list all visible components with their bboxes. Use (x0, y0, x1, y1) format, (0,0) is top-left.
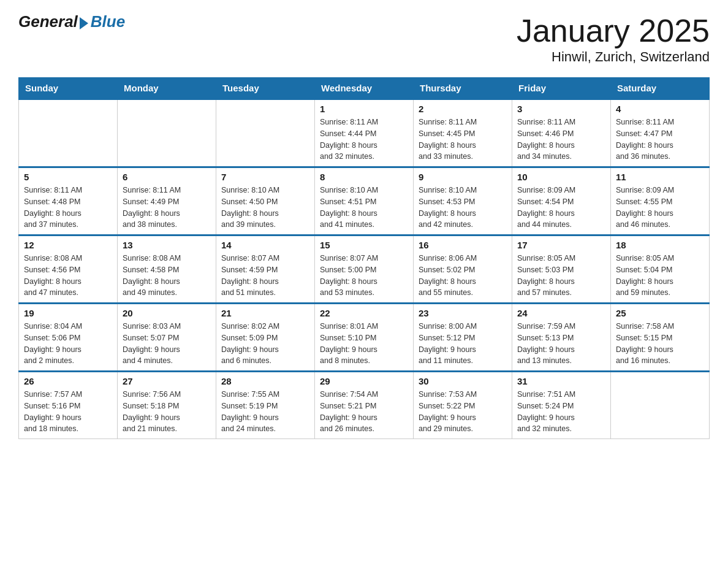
calendar-header-wednesday: Wednesday (315, 78, 414, 99)
day-number: 25 (616, 308, 704, 318)
calendar-cell: 28Sunrise: 7:55 AM Sunset: 5:19 PM Dayli… (216, 372, 315, 439)
logo-general-text: General (18, 12, 78, 31)
calendar-cell: 19Sunrise: 8:04 AM Sunset: 5:06 PM Dayli… (19, 304, 118, 372)
calendar-cell: 16Sunrise: 8:06 AM Sunset: 5:02 PM Dayli… (414, 236, 512, 304)
day-info: Sunrise: 8:11 AM Sunset: 4:46 PM Dayligh… (517, 117, 605, 163)
calendar-cell: 1Sunrise: 8:11 AM Sunset: 4:44 PM Daylig… (315, 99, 414, 167)
day-number: 31 (517, 376, 605, 386)
calendar-cell: 4Sunrise: 8:11 AM Sunset: 4:47 PM Daylig… (611, 99, 710, 167)
calendar-cell: 12Sunrise: 8:08 AM Sunset: 4:56 PM Dayli… (19, 236, 118, 304)
calendar-cell: 26Sunrise: 7:57 AM Sunset: 5:16 PM Dayli… (19, 372, 118, 439)
calendar-cell: 30Sunrise: 7:53 AM Sunset: 5:22 PM Dayli… (414, 372, 512, 439)
day-info: Sunrise: 8:07 AM Sunset: 4:59 PM Dayligh… (221, 253, 309, 299)
calendar-cell: 24Sunrise: 7:59 AM Sunset: 5:13 PM Dayli… (512, 304, 611, 372)
calendar-week-row: 12Sunrise: 8:08 AM Sunset: 4:56 PM Dayli… (19, 236, 710, 304)
calendar-cell (118, 99, 216, 167)
calendar-cell: 14Sunrise: 8:07 AM Sunset: 4:59 PM Dayli… (216, 236, 315, 304)
day-info: Sunrise: 8:11 AM Sunset: 4:45 PM Dayligh… (419, 117, 507, 163)
day-info: Sunrise: 8:00 AM Sunset: 5:12 PM Dayligh… (419, 321, 507, 367)
location-text: Hinwil, Zurich, Switzerland (517, 49, 710, 65)
day-number: 27 (123, 376, 211, 386)
calendar-header-friday: Friday (512, 78, 611, 99)
day-info: Sunrise: 8:06 AM Sunset: 5:02 PM Dayligh… (419, 253, 507, 299)
calendar-header-tuesday: Tuesday (216, 78, 315, 99)
calendar-table: SundayMondayTuesdayWednesdayThursdayFrid… (18, 77, 710, 439)
calendar-header-sunday: Sunday (19, 78, 118, 99)
day-info: Sunrise: 8:04 AM Sunset: 5:06 PM Dayligh… (24, 321, 112, 367)
calendar-week-row: 5Sunrise: 8:11 AM Sunset: 4:48 PM Daylig… (19, 167, 710, 236)
day-number: 29 (320, 376, 408, 386)
day-info: Sunrise: 8:08 AM Sunset: 4:56 PM Dayligh… (24, 253, 112, 299)
day-number: 3 (517, 104, 605, 114)
calendar-cell (19, 99, 118, 167)
day-info: Sunrise: 7:53 AM Sunset: 5:22 PM Dayligh… (419, 389, 507, 435)
calendar-cell: 3Sunrise: 8:11 AM Sunset: 4:46 PM Daylig… (512, 99, 611, 167)
day-info: Sunrise: 8:07 AM Sunset: 5:00 PM Dayligh… (320, 253, 408, 299)
calendar-cell: 25Sunrise: 7:58 AM Sunset: 5:15 PM Dayli… (611, 304, 710, 372)
day-number: 4 (616, 104, 704, 114)
calendar-cell: 27Sunrise: 7:56 AM Sunset: 5:18 PM Dayli… (118, 372, 216, 439)
calendar-header-thursday: Thursday (414, 78, 512, 99)
calendar-cell: 7Sunrise: 8:10 AM Sunset: 4:50 PM Daylig… (216, 167, 315, 236)
day-info: Sunrise: 8:10 AM Sunset: 4:50 PM Dayligh… (221, 185, 309, 231)
day-number: 24 (517, 308, 605, 318)
calendar-cell: 11Sunrise: 8:09 AM Sunset: 4:55 PM Dayli… (611, 167, 710, 236)
calendar-cell: 8Sunrise: 8:10 AM Sunset: 4:51 PM Daylig… (315, 167, 414, 236)
day-number: 18 (616, 240, 704, 250)
day-number: 5 (24, 172, 112, 182)
day-info: Sunrise: 8:09 AM Sunset: 4:55 PM Dayligh… (616, 185, 704, 231)
title-section: January 2025 Hinwil, Zurich, Switzerland (517, 12, 710, 65)
calendar-cell (216, 99, 315, 167)
day-info: Sunrise: 8:09 AM Sunset: 4:54 PM Dayligh… (517, 185, 605, 231)
day-info: Sunrise: 8:11 AM Sunset: 4:44 PM Dayligh… (320, 117, 408, 163)
calendar-cell: 15Sunrise: 8:07 AM Sunset: 5:00 PM Dayli… (315, 236, 414, 304)
calendar-cell: 23Sunrise: 8:00 AM Sunset: 5:12 PM Dayli… (414, 304, 512, 372)
day-info: Sunrise: 8:02 AM Sunset: 5:09 PM Dayligh… (221, 321, 309, 367)
logo-arrow-icon (80, 17, 88, 29)
page-header: General Blue January 2025 Hinwil, Zurich… (18, 12, 710, 65)
calendar-cell: 29Sunrise: 7:54 AM Sunset: 5:21 PM Dayli… (315, 372, 414, 439)
day-number: 21 (221, 308, 309, 318)
day-info: Sunrise: 7:55 AM Sunset: 5:19 PM Dayligh… (221, 389, 309, 435)
day-info: Sunrise: 8:11 AM Sunset: 4:47 PM Dayligh… (616, 117, 704, 163)
day-info: Sunrise: 7:54 AM Sunset: 5:21 PM Dayligh… (320, 389, 408, 435)
calendar-cell: 22Sunrise: 8:01 AM Sunset: 5:10 PM Dayli… (315, 304, 414, 372)
day-number: 30 (419, 376, 507, 386)
calendar-week-row: 1Sunrise: 8:11 AM Sunset: 4:44 PM Daylig… (19, 99, 710, 167)
day-info: Sunrise: 7:58 AM Sunset: 5:15 PM Dayligh… (616, 321, 704, 367)
day-number: 13 (123, 240, 211, 250)
calendar-cell (611, 372, 710, 439)
day-info: Sunrise: 8:08 AM Sunset: 4:58 PM Dayligh… (123, 253, 211, 299)
month-title: January 2025 (517, 12, 710, 49)
day-number: 19 (24, 308, 112, 318)
day-number: 15 (320, 240, 408, 250)
logo-blue-text: Blue (91, 12, 125, 31)
calendar-cell: 18Sunrise: 8:05 AM Sunset: 5:04 PM Dayli… (611, 236, 710, 304)
day-info: Sunrise: 8:05 AM Sunset: 5:04 PM Dayligh… (616, 253, 704, 299)
day-number: 22 (320, 308, 408, 318)
day-info: Sunrise: 8:01 AM Sunset: 5:10 PM Dayligh… (320, 321, 408, 367)
logo: General Blue (18, 12, 125, 31)
day-info: Sunrise: 8:10 AM Sunset: 4:53 PM Dayligh… (419, 185, 507, 231)
calendar-header-monday: Monday (118, 78, 216, 99)
calendar-header-row: SundayMondayTuesdayWednesdayThursdayFrid… (19, 78, 710, 99)
day-info: Sunrise: 8:03 AM Sunset: 5:07 PM Dayligh… (123, 321, 211, 367)
day-info: Sunrise: 7:59 AM Sunset: 5:13 PM Dayligh… (517, 321, 605, 367)
day-number: 1 (320, 104, 408, 114)
day-number: 23 (419, 308, 507, 318)
calendar-week-row: 19Sunrise: 8:04 AM Sunset: 5:06 PM Dayli… (19, 304, 710, 372)
day-info: Sunrise: 8:11 AM Sunset: 4:48 PM Dayligh… (24, 185, 112, 231)
calendar-cell: 13Sunrise: 8:08 AM Sunset: 4:58 PM Dayli… (118, 236, 216, 304)
calendar-cell: 10Sunrise: 8:09 AM Sunset: 4:54 PM Dayli… (512, 167, 611, 236)
day-number: 14 (221, 240, 309, 250)
day-number: 9 (419, 172, 507, 182)
calendar-week-row: 26Sunrise: 7:57 AM Sunset: 5:16 PM Dayli… (19, 372, 710, 439)
calendar-cell: 5Sunrise: 8:11 AM Sunset: 4:48 PM Daylig… (19, 167, 118, 236)
day-number: 11 (616, 172, 704, 182)
calendar-cell: 20Sunrise: 8:03 AM Sunset: 5:07 PM Dayli… (118, 304, 216, 372)
calendar-cell: 31Sunrise: 7:51 AM Sunset: 5:24 PM Dayli… (512, 372, 611, 439)
day-number: 16 (419, 240, 507, 250)
day-info: Sunrise: 8:11 AM Sunset: 4:49 PM Dayligh… (123, 185, 211, 231)
calendar-cell: 9Sunrise: 8:10 AM Sunset: 4:53 PM Daylig… (414, 167, 512, 236)
calendar-header-saturday: Saturday (611, 78, 710, 99)
